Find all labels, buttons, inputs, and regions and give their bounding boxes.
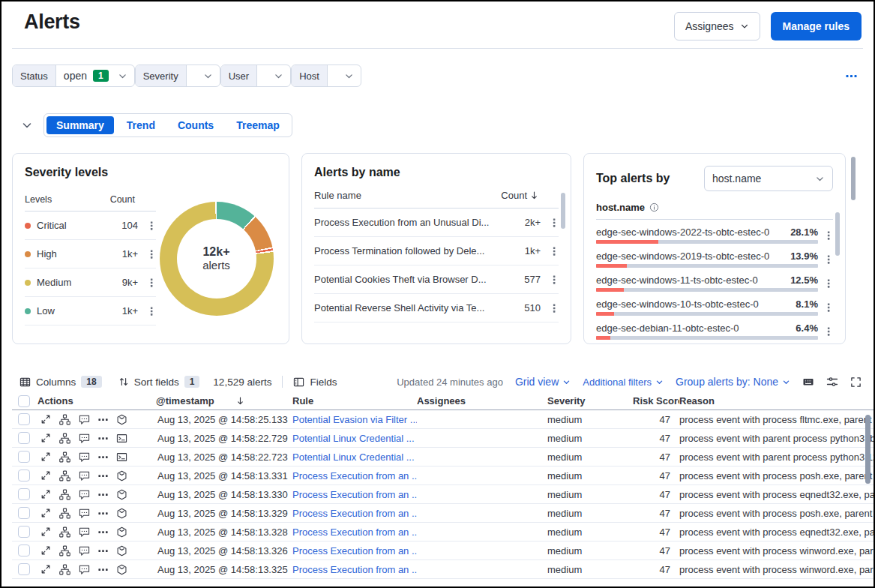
keyboard-shortcuts-icon[interactable]	[802, 376, 814, 388]
expand-alert-icon[interactable]	[40, 470, 51, 481]
add-note-icon[interactable]	[79, 526, 90, 538]
open-session-viewer-icon[interactable]	[116, 452, 127, 463]
col-risk-score[interactable]: Risk Score	[633, 395, 679, 406]
select-all-checkbox[interactable]	[18, 395, 30, 407]
summary-tab[interactable]: Trend	[117, 116, 165, 134]
expand-alert-icon[interactable]	[40, 508, 51, 518]
filter-dropdown[interactable]: Status open 1	[12, 64, 135, 87]
analyze-session-cube-icon[interactable]	[116, 545, 127, 556]
more-actions-icon[interactable]	[550, 303, 559, 314]
more-filters-icon[interactable]	[846, 70, 857, 82]
scrollbar[interactable]	[851, 157, 856, 200]
rule-link[interactable]: Process Execution from an ...	[292, 508, 417, 519]
summary-tab[interactable]: Counts	[168, 116, 223, 134]
expand-alert-icon[interactable]	[40, 433, 51, 443]
rule-link[interactable]: Potential Evasion via Filter ...	[292, 414, 417, 425]
add-note-icon[interactable]	[79, 489, 90, 500]
expand-alert-icon[interactable]	[40, 526, 51, 537]
analyze-event-icon[interactable]	[59, 414, 70, 425]
analyze-event-icon[interactable]	[59, 433, 70, 444]
more-actions-icon[interactable]	[98, 452, 108, 462]
row-checkbox[interactable]	[18, 526, 30, 538]
col-rule[interactable]: Rule	[292, 395, 417, 406]
more-actions-icon[interactable]	[147, 249, 156, 260]
manage-rules-button[interactable]: Manage rules	[771, 12, 862, 40]
row-checkbox[interactable]	[18, 563, 30, 575]
more-actions-icon[interactable]	[824, 302, 833, 313]
more-actions-icon[interactable]	[98, 471, 108, 481]
more-actions-icon[interactable]	[98, 546, 108, 556]
more-actions-icon[interactable]	[824, 230, 833, 241]
expand-alert-icon[interactable]	[40, 564, 51, 574]
row-checkbox[interactable]	[18, 432, 30, 444]
col-timestamp[interactable]: @timestamp	[156, 395, 292, 406]
expand-alert-icon[interactable]	[40, 452, 51, 462]
add-note-icon[interactable]	[79, 564, 90, 575]
rule-link[interactable]: Process Execution from an ...	[292, 526, 417, 538]
scrollbar[interactable]	[865, 415, 871, 484]
row-checkbox[interactable]	[18, 470, 30, 482]
col-reason[interactable]: Reason	[679, 395, 874, 406]
sort-fields-button[interactable]: Sort fields 1	[118, 376, 200, 388]
add-note-icon[interactable]	[79, 433, 90, 444]
expand-alert-icon[interactable]	[40, 545, 51, 556]
more-actions-icon[interactable]	[147, 220, 156, 231]
more-actions-icon[interactable]	[98, 415, 108, 424]
add-note-icon[interactable]	[79, 470, 90, 482]
row-checkbox[interactable]	[18, 488, 30, 500]
columns-button[interactable]: Columns 18	[19, 376, 102, 388]
more-actions-icon[interactable]	[824, 326, 833, 337]
rule-link[interactable]: Process Execution from an ...	[292, 470, 417, 482]
rule-link[interactable]: Process Execution from an ...	[292, 489, 417, 500]
row-checkbox[interactable]	[18, 544, 30, 556]
expand-alert-icon[interactable]	[40, 414, 51, 424]
more-actions-icon[interactable]	[147, 306, 156, 316]
analyze-event-icon[interactable]	[59, 489, 70, 500]
more-actions-icon[interactable]	[147, 278, 156, 288]
rule-link[interactable]: Potential Linux Credential ...	[292, 452, 415, 463]
col-severity[interactable]: Severity	[547, 395, 633, 406]
filter-dropdown[interactable]: Host	[291, 64, 361, 87]
analyze-event-icon[interactable]	[59, 452, 70, 463]
filter-dropdown[interactable]: Severity	[135, 64, 220, 87]
analyze-event-icon[interactable]	[59, 564, 70, 575]
more-actions-icon[interactable]	[98, 490, 108, 500]
more-actions-icon[interactable]	[98, 565, 108, 574]
scrollbar[interactable]	[835, 212, 840, 256]
analyze-session-cube-icon[interactable]	[116, 508, 127, 519]
row-checkbox[interactable]	[18, 451, 30, 463]
more-actions-icon[interactable]	[550, 218, 559, 228]
additional-filters-dropdown[interactable]: Additional filters	[583, 376, 664, 388]
scrollbar[interactable]	[561, 193, 565, 229]
rule-link[interactable]: Process Execution from an ...	[292, 564, 417, 575]
analyze-session-cube-icon[interactable]	[116, 489, 127, 500]
more-actions-icon[interactable]	[98, 527, 108, 537]
assignees-button[interactable]: Assignees	[674, 12, 760, 40]
collapse-summary-chevron-icon[interactable]	[21, 119, 33, 131]
group-alerts-dropdown[interactable]: Group alerts by: None	[676, 376, 790, 388]
add-note-icon[interactable]	[79, 545, 90, 556]
analyze-session-cube-icon[interactable]	[116, 414, 127, 425]
col-assignees[interactable]: Assignees	[417, 395, 547, 406]
row-checkbox[interactable]	[18, 413, 30, 425]
analyze-event-icon[interactable]	[59, 545, 70, 556]
analyze-session-cube-icon[interactable]	[116, 526, 127, 538]
more-actions-icon[interactable]	[550, 274, 559, 285]
more-actions-icon[interactable]	[550, 246, 559, 256]
analyze-session-cube-icon[interactable]	[116, 564, 127, 575]
row-checkbox[interactable]	[18, 507, 30, 519]
analyze-event-icon[interactable]	[59, 508, 70, 519]
rule-link[interactable]: Potential Linux Credential ...	[292, 433, 415, 444]
filter-dropdown[interactable]: User	[220, 64, 291, 87]
summary-tab[interactable]: Summary	[46, 116, 114, 134]
display-options-icon[interactable]	[826, 376, 838, 388]
col-count-sort[interactable]: Count	[501, 190, 539, 201]
fullscreen-icon[interactable]	[850, 376, 862, 388]
more-actions-icon[interactable]	[98, 508, 108, 518]
open-session-viewer-icon[interactable]	[116, 433, 127, 444]
rule-link[interactable]: Process Execution from an ...	[292, 545, 417, 556]
analyze-event-icon[interactable]	[59, 470, 70, 482]
grid-view-dropdown[interactable]: Grid view	[515, 376, 571, 388]
more-actions-icon[interactable]	[98, 434, 108, 443]
fields-button[interactable]: Fields	[293, 376, 337, 388]
